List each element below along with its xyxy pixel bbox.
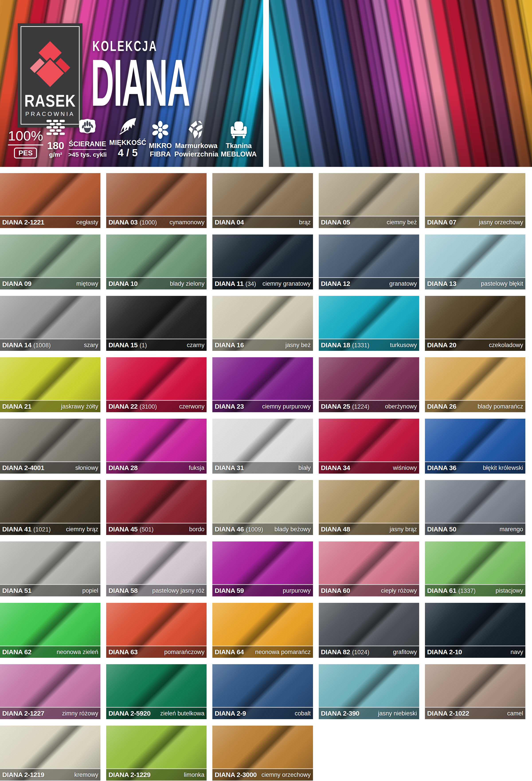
swatch-card: DIANA 2-1022camel (425, 664, 525, 719)
swatch-code: DIANA 2-1229 (109, 771, 151, 779)
swatch-label-bar: DIANA 04brąz (212, 216, 313, 228)
swatch-variant: (34) (245, 281, 256, 287)
swatch-card: DIANA 25(1224)oberżynowy (319, 357, 419, 412)
swatch-code: DIANA 22 (109, 403, 138, 410)
microfiber-flower-icon (150, 120, 170, 140)
swatch-code: DIANA 18 (321, 341, 350, 349)
swatch-code: DIANA 48 (321, 526, 350, 533)
swatch-label-bar: DIANA 28fuksja (106, 461, 207, 474)
swatch-code: DIANA 82 (321, 648, 350, 656)
badge-label-line2: MEBLOWA (221, 150, 257, 159)
swatch-code: DIANA 58 (109, 587, 138, 594)
swatch-color-name: neonowa zieleń (57, 649, 98, 656)
swatch-color-name: zieleń butelkowa (160, 710, 205, 717)
badge-abrasion-hand: ŚCIERANIE>45 tys. cykli (68, 118, 107, 159)
swatch-code: DIANA 59 (214, 587, 244, 594)
swatch-card: DIANA 21jaskrawy żółty (0, 357, 100, 412)
swatch-color-name: pastelowy jasny róż (152, 587, 205, 594)
header-photo-left: RASEK PRACOWNIA KOLEKCJA DIANA 100%PES18… (0, 0, 263, 167)
swatch-label-bar: DIANA 62neonowa zieleń (0, 646, 100, 658)
badge-microfiber-flower: MIKROFIBRA (149, 120, 172, 159)
swatch-card: DIANA 64neonowa pomarańcz (212, 603, 313, 658)
swatch-card: DIANA 2-390jasny niebieski (319, 664, 419, 719)
badge-unit: g/m² (49, 151, 62, 159)
swatch-color-name: pomarańczowy (164, 649, 205, 656)
swatch-code: DIANA 50 (427, 526, 456, 533)
swatch-color-name: ciemny orzechowy (261, 772, 311, 778)
swatch-color-name: fuksja (189, 464, 205, 471)
swatch-card: DIANA 2-1227zimny różowy (0, 664, 100, 719)
swatch-card: DIANA 2-9cobalt (212, 664, 313, 719)
swatch-color-name: ciemny granatowy (262, 280, 311, 287)
swatch-code: DIANA 2-4001 (2, 464, 44, 471)
swatch-color-name: ciemny beż (386, 219, 417, 226)
badge-value: 4 / 5 (118, 147, 138, 159)
swatch-code: DIANA 62 (2, 648, 32, 656)
swatch-code: DIANA 20 (427, 341, 456, 349)
swatch-color-name: cynamonowy (170, 219, 205, 226)
swatch-code: DIANA 13 (427, 280, 456, 287)
swatch-label-bar: DIANA 46(1009)blady beżowy (212, 523, 313, 535)
swatch-card: DIANA 62neonowa zieleń (0, 603, 100, 658)
swatch-label-bar: DIANA 2-4001słoniowy (0, 461, 100, 474)
swatch-variant: (3100) (140, 403, 157, 410)
swatch-card: DIANA 14(1008)szary (0, 296, 100, 351)
swatch-code: DIANA 41 (2, 526, 32, 533)
swatch-label-bar: DIANA 23ciemny purpurowy (212, 400, 313, 412)
swatch-label-bar: DIANA 05ciemny beż (319, 216, 419, 228)
swatch-color-name: oberżynowy (385, 403, 417, 410)
badge-label-line2: FIBRA (150, 150, 171, 159)
swatch-card: DIANA 05ciemny beż (319, 173, 419, 228)
swatch-card: DIANA 58pastelowy jasny róż (106, 541, 207, 597)
swatch-label-bar: DIANA 51popiel (0, 584, 100, 597)
swatch-color-name: czekoladowy (489, 342, 523, 348)
logo-brand-text: RASEK (23, 92, 77, 109)
logo-sub-text: PRACOWNIA (18, 111, 82, 117)
swatch-variant: (1337) (458, 587, 476, 594)
swatch-label-bar: DIANA 18(1331)turkusowy (319, 339, 419, 351)
swatch-code: DIANA 36 (427, 464, 456, 471)
swatch-label-bar: DIANA 12granatowy (319, 277, 419, 289)
swatch-color-name: ciepły różowy (381, 587, 417, 594)
swatch-label-bar: DIANA 2-1221cegłasty (0, 216, 100, 228)
swatch-card: DIANA 50marengo (425, 480, 525, 535)
swatch-label-bar: DIANA 58pastelowy jasny róż (106, 584, 207, 597)
swatch-label-bar: DIANA 2-9cobalt (212, 707, 313, 719)
swatch-label-bar: DIANA 31biały (212, 461, 313, 474)
swatch-color-name: jasny orzechowy (479, 219, 523, 226)
swatch-card: DIANA 36błękit królewski (425, 419, 525, 474)
badge-feather: MIĘKKOŚĆ4 / 5 (109, 117, 146, 159)
swatch-color-name: jaskrawy żółty (61, 403, 98, 410)
swatch-card: DIANA 61(1337)pistacjowy (425, 541, 525, 597)
swatch-color-name: limonka (184, 772, 204, 778)
swatch-color-name: ciemny brąz (66, 526, 98, 533)
swatch-label-bar: DIANA 36błękit królewski (425, 461, 525, 474)
swatch-variant: (1331) (352, 342, 369, 349)
swatch-color-name: cobalt (295, 710, 311, 717)
swatch-card: DIANA 60ciepły różowy (319, 541, 419, 597)
swatch-label-bar: DIANA 20czekoladowy (425, 339, 525, 351)
swatch-color-name: wiśniowy (393, 464, 417, 471)
swatch-card: DIANA 15(1)czarny (106, 296, 207, 351)
swatch-color-name: szary (84, 342, 98, 348)
swatch-card: DIANA 10blady zielony (106, 235, 207, 289)
swatch-label-bar: DIANA 15(1)czarny (106, 339, 207, 351)
weave-icon (46, 119, 66, 138)
swatch-card: DIANA 34wiśniowy (319, 419, 419, 474)
brand-logo: RASEK PRACOWNIA (18, 23, 82, 127)
badge-value: 180 (47, 140, 64, 151)
swatch-code: DIANA 11 (214, 280, 243, 287)
catalog-header: RASEK PRACOWNIA KOLEKCJA DIANA 100%PES18… (0, 0, 532, 167)
swatch-code: DIANA 31 (214, 464, 244, 471)
badge-label-line1: Marmurkowa (175, 141, 217, 150)
swatch-color-name: jasny niebieski (378, 710, 417, 717)
swatch-color-name: cegłasty (76, 219, 98, 226)
swatch-label-bar: DIANA 2-1219kremowy (0, 768, 100, 781)
swatch-color-name: camel (507, 710, 523, 717)
swatch-label-bar: DIANA 2-10navy (425, 646, 525, 658)
swatch-color-name: zimny różowy (62, 710, 98, 717)
swatch-color-name: marengo (499, 526, 523, 533)
swatch-code: DIANA 2-1219 (2, 771, 44, 779)
swatch-code: DIANA 04 (214, 218, 244, 226)
swatch-label-bar: DIANA 09miętowy (0, 277, 100, 289)
